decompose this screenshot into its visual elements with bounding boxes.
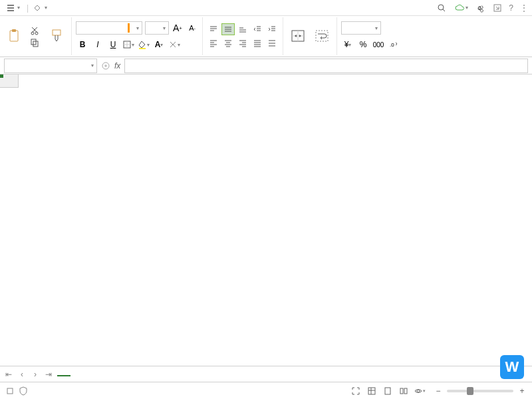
increase-indent-button[interactable] [265, 23, 279, 35]
zoom-slider[interactable] [447, 390, 513, 392]
shield-icon [19, 386, 28, 396]
merge-center-button[interactable] [287, 27, 309, 47]
status-bar: ▾ − + [0, 382, 532, 399]
underline-button[interactable]: U [106, 38, 120, 51]
chevron-down-icon: ▾ [466, 5, 468, 11]
select-all-corner[interactable] [0, 74, 19, 88]
svg-point-20 [417, 390, 420, 392]
more-button[interactable]: ⋮ [520, 3, 528, 13]
align-left-button[interactable] [207, 37, 220, 49]
pin-icon[interactable] [33, 3, 42, 13]
svg-point-0 [438, 5, 444, 10]
increase-font-button[interactable]: A+ [172, 22, 184, 34]
svg-rect-19 [404, 388, 407, 394]
fullscreen-button[interactable] [350, 385, 362, 397]
svg-rect-3 [12, 29, 16, 32]
chevron-down-icon: ▾ [45, 5, 47, 11]
align-right-button[interactable] [236, 37, 249, 49]
align-bottom-button[interactable] [236, 23, 249, 35]
sheet-nav-prev[interactable]: ‹ [17, 370, 27, 379]
menubar-right: ▾ ? ⋮ [437, 3, 528, 13]
sheet-nav-first[interactable]: ⇤ [4, 370, 13, 379]
formula-input[interactable] [124, 59, 528, 73]
expand-icon[interactable] [101, 61, 110, 70]
decrease-font-button[interactable]: A- [186, 22, 198, 34]
sheet-tab-active[interactable] [57, 372, 70, 376]
svg-rect-16 [368, 388, 375, 394]
formula-bar-row: ▾ fx [0, 57, 532, 74]
hamburger-icon [7, 4, 15, 12]
file-menu[interactable]: ▾ [4, 4, 23, 12]
sheet-nav-next[interactable]: › [31, 370, 40, 379]
font-indicator [128, 23, 130, 33]
decrease-indent-button[interactable] [251, 23, 264, 35]
font-name-select[interactable]: ▾ [76, 21, 142, 35]
chevron-down-icon: ▾ [136, 25, 139, 31]
format-painter-button[interactable] [46, 27, 67, 47]
bold-button[interactable]: B [76, 38, 89, 51]
scissors-icon [30, 26, 39, 35]
spreadsheet-grid [0, 74, 532, 366]
fill-color-button[interactable]: ▾ [137, 38, 150, 51]
search-icon [437, 3, 446, 13]
percent-button[interactable]: % [356, 38, 370, 51]
chevron-down-icon: ▾ [375, 25, 378, 31]
font-size-select[interactable]: ▾ [145, 21, 169, 35]
ribbon: ▾ ▾ A+ A- B I U ▾ ▾ A▾ ▾ [0, 16, 532, 57]
currency-button[interactable]: ¥▾ [341, 38, 354, 51]
copy-icon [30, 38, 39, 47]
clear-format-button[interactable]: ▾ [168, 38, 181, 51]
normal-view-button[interactable] [366, 385, 378, 397]
help-button[interactable]: ? [509, 3, 513, 13]
collapse-icon[interactable] [493, 3, 502, 13]
paste-button[interactable] [4, 27, 25, 47]
chevron-down-icon: ▾ [17, 5, 20, 11]
clipboard-group [0, 17, 72, 55]
font-group: ▾ ▾ A+ A- B I U ▾ ▾ A▾ ▾ [72, 17, 203, 55]
cloud-icon [455, 3, 464, 13]
cut-button[interactable] [28, 25, 43, 36]
wrap-text-button[interactable] [311, 27, 332, 47]
svg-rect-15 [7, 388, 13, 394]
justify-button[interactable] [251, 37, 264, 49]
copy-button[interactable] [28, 37, 43, 48]
zoom-in-button[interactable]: + [517, 386, 527, 396]
distribute-button[interactable] [265, 37, 279, 49]
sheet-nav-last[interactable]: ⇥ [44, 370, 53, 379]
share-icon [475, 3, 484, 13]
zoom-out-button[interactable]: − [434, 386, 443, 396]
font-color-button[interactable]: A▾ [152, 38, 166, 51]
align-middle-button[interactable] [221, 23, 235, 35]
chevron-down-icon: ▾ [163, 25, 166, 31]
align-center-button[interactable] [221, 37, 235, 49]
merge-icon [290, 28, 306, 44]
svg-rect-8 [53, 30, 61, 35]
search-button[interactable] [437, 3, 448, 13]
cells-area[interactable] [19, 88, 532, 366]
share-button[interactable] [475, 3, 486, 13]
menubar: ▾ | ▾ ▾ ? ⋮ [0, 0, 532, 16]
separator: | [27, 3, 29, 13]
italic-button[interactable]: I [91, 38, 104, 51]
alignment-group [203, 17, 283, 55]
paste-icon [7, 28, 23, 44]
cloud-sync-button[interactable]: ▾ [455, 3, 468, 13]
merge-group [283, 17, 337, 55]
column-headers [19, 74, 532, 88]
settings-icon[interactable] [5, 386, 15, 396]
wrap-icon [314, 28, 330, 44]
number-format-select[interactable]: ▾ [341, 21, 381, 35]
comma-button[interactable]: 000 [372, 38, 385, 51]
page-layout-button[interactable] [382, 385, 394, 397]
border-button[interactable]: ▾ [122, 38, 135, 51]
formula-bar: fx [101, 59, 532, 73]
name-box[interactable]: ▾ [4, 59, 97, 73]
svg-text:.0: .0 [390, 42, 394, 48]
align-top-button[interactable] [207, 23, 220, 35]
svg-rect-12 [316, 31, 328, 41]
zoom-thumb[interactable] [467, 387, 473, 395]
svg-rect-17 [385, 388, 390, 394]
page-break-button[interactable] [398, 385, 410, 397]
read-mode-button[interactable]: ▾ [414, 385, 426, 397]
increase-decimal-button[interactable]: .0 [387, 38, 400, 51]
